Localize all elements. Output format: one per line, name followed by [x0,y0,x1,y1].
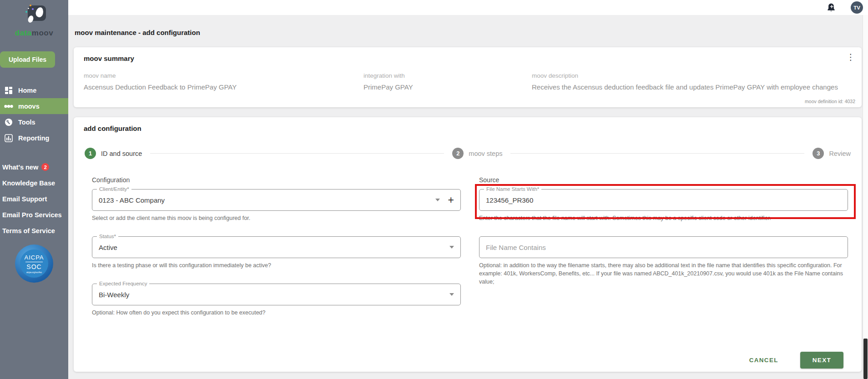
form-actions: CANCEL NEXT [74,352,862,369]
summary-card-title: moov summary [84,55,852,62]
source-column: Source File Name Starts With* 123456_PR3… [479,176,848,331]
sidebar-link-label: Email Pro Services [2,211,62,219]
topbar: TV [68,0,868,15]
step-number: 1 [85,148,96,159]
brand-logo-icon [20,4,49,27]
kebab-menu-icon[interactable]: ⋮ [846,53,855,62]
dashboard-icon [4,86,14,95]
sidebar-link-label: Terms of Service [2,227,55,234]
file-name-starts-with-helper: Enter the characters that the file name … [479,214,848,222]
file-name-contains-helper: Optional: in addition to the way the fil… [479,261,848,286]
source-section-label: Source [479,176,848,184]
scrollbar-thumb[interactable] [863,339,868,379]
field-value: PrimePay GPAY [363,83,532,91]
status-value: Active [99,244,446,251]
file-name-starts-with-value: 123456_PR360 [486,196,841,204]
step-moov-steps[interactable]: 2 moov steps [452,148,502,159]
aicpa-soc-badge: AICPA SOC aicpa.org/soc4so [15,244,53,283]
sidebar-item-label: Home [18,87,36,94]
file-name-contains-field-block: Optional: in addition to the way the fil… [479,236,848,286]
sidebar-item-tools[interactable]: Tools [0,114,68,130]
field-label: File Name Starts With* [484,186,541,192]
expected-frequency-value: Bi-Weekly [99,291,446,299]
config-card-title: add configuration [74,125,862,132]
step-label: moov steps [469,150,502,157]
step-label: ID and source [101,150,142,157]
client-entity-helper: Select or add the client name this moov … [92,214,461,222]
brand-name: datamoov [15,29,53,38]
aicpa-caption: aicpa.org/soc4so [26,271,42,274]
field-value: Receives the Ascensus deduction feedback… [532,83,852,91]
page-title: moov maintenance - add configuration [75,29,862,36]
step-review[interactable]: 3 Review [812,148,851,159]
summary-field-integration-with: integration with PrimePay GPAY [363,72,532,91]
expected-frequency-select[interactable]: Expected Frequency Bi-Weekly [92,284,461,305]
aicpa-soc-badge-inner: AICPA SOC aicpa.org/soc4so [20,249,48,278]
configuration-form: Configuration Client/Entity* 0123 - ABC … [74,176,862,331]
sidebar-nav: Home moovs Tools Reporting [0,82,68,146]
moovs-chain-icon [4,104,14,109]
stepper-connector [150,153,444,154]
chevron-down-icon[interactable] [449,293,454,296]
configuration-section-label: Configuration [92,176,461,184]
sidebar-item-label: Reporting [18,135,49,142]
sidebar-item-moovs[interactable]: moovs [0,98,68,114]
step-number: 3 [812,148,824,159]
file-name-starts-with-input[interactable]: File Name Starts With* 123456_PR360 [479,189,848,211]
sidebar-link-email-support[interactable]: Email Support [2,195,68,203]
client-entity-value: 0123 - ABC Company [99,196,432,204]
expected-frequency-helper: Optional: How often do you expect this c… [92,309,461,317]
chevron-down-icon[interactable] [449,246,454,249]
chevron-down-icon[interactable] [435,199,440,201]
sidebar-link-label: What's new [2,164,38,171]
page-content: moov maintenance - add configuration moo… [68,15,868,379]
notifications-bell-icon[interactable] [827,3,836,13]
reporting-icon [4,134,14,142]
expected-frequency-field-block: Expected Frequency Bi-Weekly Optional: H… [92,284,461,317]
configuration-column: Configuration Client/Entity* 0123 - ABC … [92,176,461,331]
vertical-scrollbar [863,15,868,379]
field-label: Expected Frequency [97,281,149,287]
summary-fields: moov name Ascensus Deduction Feedback to… [84,72,852,91]
status-helper: Is there a testing phase or will this co… [92,261,461,269]
sidebar-link-email-pro-services[interactable]: Email Pro Services [2,211,68,219]
step-id-and-source[interactable]: 1 ID and source [85,148,142,159]
status-select[interactable]: Status* Active [92,236,461,258]
sidebar-link-whats-new[interactable]: What's new 2 [2,163,68,171]
app-window: datamoov Upload Files Home moovs Tools [0,0,868,379]
sidebar-item-label: Tools [18,119,35,126]
step-label: Review [829,150,851,157]
aicpa-text: AICPA [24,254,44,261]
step-number: 2 [452,148,464,159]
field-label: moov description [532,72,852,79]
sidebar-link-knowledge-base[interactable]: Knowledge Base [2,180,68,187]
client-entity-select[interactable]: Client/Entity* 0123 - ABC Company + [92,189,461,211]
field-label: Status* [97,234,118,239]
tools-icon [4,118,14,126]
field-value: Ascensus Deduction Feedback to PrimePay … [84,83,363,91]
sidebar-item-home[interactable]: Home [0,82,68,98]
sidebar-link-terms-of-service[interactable]: Terms of Service [2,227,68,234]
brand-logo[interactable]: datamoov [0,0,68,38]
sidebar: datamoov Upload Files Home moovs Tools [0,0,68,379]
file-name-contains-input[interactable] [479,236,848,258]
next-button[interactable]: NEXT [800,352,843,369]
upload-files-button[interactable]: Upload Files [0,51,55,68]
soc-text: SOC [26,263,41,270]
sidebar-link-label: Email Support [2,195,47,203]
user-avatar[interactable]: TV [851,1,863,14]
client-entity-field-block: Client/Entity* 0123 - ABC Company + Sele… [92,189,461,222]
file-name-starts-with-field-block: File Name Starts With* 123456_PR360 Ente… [479,189,848,222]
sidebar-link-label: Knowledge Base [2,180,55,187]
add-configuration-card: add configuration 1 ID and source 2 moov… [74,117,862,372]
summary-field-moov-description: moov description Receives the Ascensus d… [532,72,852,91]
sidebar-item-reporting[interactable]: Reporting [0,130,68,146]
moov-summary-card: moov summary ⋮ moov name Ascensus Deduct… [74,47,862,107]
main-area: TV moov maintenance - add configuration … [68,0,868,379]
status-field-block: Status* Active Is there a testing phase … [92,236,461,269]
add-client-button[interactable]: + [448,195,454,205]
whats-new-count-badge: 2 [41,163,49,171]
sidebar-item-label: moovs [18,103,40,110]
moov-definition-id: moov definition id: 4032 [805,99,855,104]
cancel-button[interactable]: CANCEL [747,356,781,364]
